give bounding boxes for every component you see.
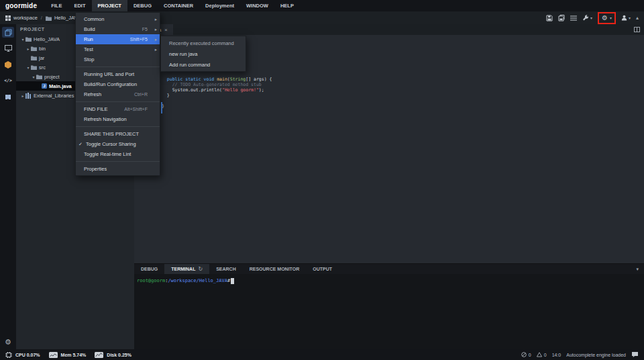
check-icon: ✓ (78, 142, 83, 147)
chevron-down-icon: ▾ (629, 16, 631, 20)
collapse-panel-icon[interactable]: ▾ (636, 264, 644, 274)
menu-item-stop[interactable]: Stop (76, 54, 160, 64)
attention-highlight-box: ⚙ ▾ (598, 12, 616, 24)
code-line[interactable]: 12 (134, 98, 644, 103)
split-editor-icon[interactable] (634, 27, 640, 32)
reload-terminal-icon[interactable]: ↻ (198, 266, 203, 272)
code-text: System.out.println("Hello goorm!"); (157, 87, 264, 93)
submenu-arrow-icon: ▸ (155, 17, 157, 22)
tree-expanded-icon[interactable]: ▾ (31, 75, 36, 79)
menu-item-run[interactable]: Run Shift+F5 ▸ (76, 34, 160, 44)
build-tools-button[interactable]: ▾ (582, 15, 592, 21)
tab-resource-monitor[interactable]: RESOURCE MONITOR (243, 264, 307, 274)
tree-collapsed-icon[interactable]: ▸ (25, 46, 31, 51)
menu-help[interactable]: HELP (274, 0, 300, 11)
menu-project[interactable]: PROJECT (92, 0, 127, 11)
submenu-item-recently-executed-command[interactable]: Recently executed command (161, 38, 246, 48)
explorer-icon[interactable] (2, 27, 14, 38)
workspace-grid-icon (5, 15, 11, 21)
menu-separator (76, 126, 160, 127)
code-line[interactable]: 9 // TODO Auto-generated method stub (134, 82, 644, 87)
collapse-toolbar-button[interactable]: ▴ (636, 15, 639, 21)
code-line[interactable]: 14 (134, 109, 644, 114)
tab-output[interactable]: OUTPUT (306, 264, 339, 274)
tree-item-label: External_Libraries (34, 93, 74, 99)
memory-graph-icon (49, 352, 58, 358)
terminal-output[interactable]: root@goorm:/workspace/Hello_JAVA# (134, 274, 644, 349)
settings-gear-icon[interactable]: ⚙ (5, 339, 11, 346)
warning-icon (537, 352, 542, 357)
close-icon[interactable]: × (164, 27, 168, 33)
tab-search[interactable]: SEARCH (209, 264, 243, 274)
code-line[interactable]: 13} (134, 103, 644, 109)
submenu-arrow-icon: ▸ (155, 47, 157, 52)
menu-item-toggle-cursor-sharing[interactable]: ✓ Toggle Cursor Sharing (76, 139, 160, 149)
menu-file[interactable]: FILE (45, 0, 68, 11)
tab-terminal[interactable]: TERMINAL ↻ (164, 264, 209, 274)
docs-book-icon[interactable] (2, 91, 14, 102)
save-button[interactable] (546, 15, 553, 21)
menu-item-test[interactable]: Test ▸ (76, 44, 160, 54)
terminal-user: root@goorm (137, 278, 165, 283)
java-file-icon: J (42, 83, 47, 89)
error-counter: 0 (521, 352, 531, 357)
menu-item-share-this-project[interactable]: SHARE THIS PROJECT (76, 129, 160, 139)
error-icon (521, 352, 527, 357)
task-list-button[interactable] (570, 15, 577, 21)
menu-window[interactable]: WINDOW (240, 0, 274, 11)
tab-debug[interactable]: DEBUG (134, 264, 164, 274)
menu-item-running-url-and-port[interactable]: Running URL and Port (76, 69, 160, 79)
settings-gear-button[interactable]: ⚙ (602, 15, 608, 21)
menu-item-build[interactable]: Build F5 ▸ (76, 24, 160, 34)
library-icon (25, 93, 32, 99)
menu-item-refresh-navigation[interactable]: Refresh Navigation (76, 114, 160, 124)
tree-item-label: src (39, 64, 46, 71)
terminal-cursor (231, 278, 234, 284)
menu-item-find-file[interactable]: FIND FILE Alt+Shift+F (76, 104, 160, 114)
cpu-usage: CPU 0.07% (15, 353, 40, 357)
tree-expanded-icon[interactable]: ▾ (25, 65, 31, 70)
code-line[interactable]: 11 } (134, 93, 644, 98)
folder-icon (31, 64, 37, 70)
menu-item-build-run-configuration[interactable]: Build/Run Configuration (76, 79, 160, 89)
shortcut-label: F5 (142, 27, 153, 32)
submenu-item-add-run-command[interactable]: Add run command (161, 59, 246, 70)
chevron-down-icon: ▾ (590, 16, 592, 20)
menu-bar: goormide FILE EDIT PROJECT DEBUG CONTAIN… (0, 0, 644, 11)
bottom-panel-tabs: DEBUG TERMINAL ↻ SEARCH RESOURCE MONITOR… (134, 263, 644, 274)
breadcrumb-workspace[interactable]: workspace (13, 15, 38, 21)
menu-separator (76, 66, 160, 67)
tree-collapsed-icon[interactable]: ▸ (20, 93, 25, 98)
feedback-chat-icon[interactable] (631, 351, 639, 358)
menu-separator (76, 101, 160, 102)
menu-item-common[interactable]: Common ▸ (76, 14, 160, 24)
plugin-cube-icon[interactable] (2, 59, 14, 70)
menu-item-refresh[interactable]: Refresh Ctrl+R (76, 89, 160, 99)
cursor-position: 14:0 (552, 353, 561, 357)
menu-debug[interactable]: DEBUG (127, 0, 158, 11)
menu-item-toggle-real-time-lint[interactable]: Toggle Real-time Lint (76, 149, 160, 159)
menu-deployment[interactable]: Deployment (199, 0, 240, 11)
menu-edit[interactable]: EDIT (68, 0, 91, 11)
code-line[interactable]: 10 System.out.println("Hello goorm!"); (134, 87, 644, 93)
code-line[interactable]: 7 (134, 71, 644, 77)
submenu-arrow-icon: ▸ (155, 27, 157, 32)
save-all-button[interactable] (558, 15, 565, 21)
user-button[interactable]: ▾ (621, 15, 631, 21)
folder-icon (25, 36, 32, 42)
terminal-prompt-symbol: # (227, 278, 230, 283)
snippet-code-icon[interactable]: </> (2, 75, 14, 86)
submenu-item-new-run-java[interactable]: new run java (161, 48, 246, 59)
tree-item-label: project (44, 74, 60, 80)
tree-expanded-icon[interactable]: ▾ (20, 37, 25, 42)
folder-icon (46, 15, 52, 21)
code-line[interactable]: 8 public static void main(String[] args)… (134, 77, 644, 82)
preview-monitor-icon[interactable] (2, 43, 14, 54)
activity-bar: </> ⚙ (0, 24, 16, 349)
disk-usage: Disk 0.25% (107, 353, 131, 357)
menu-container[interactable]: CONTAINER (158, 0, 199, 11)
folder-icon (36, 74, 42, 79)
menu-item-properties[interactable]: Properties (76, 164, 160, 174)
warning-counter: 0 (537, 352, 547, 357)
toolbar-actions: ▾ ⚙ ▾ ▾ ▴ (546, 15, 639, 21)
